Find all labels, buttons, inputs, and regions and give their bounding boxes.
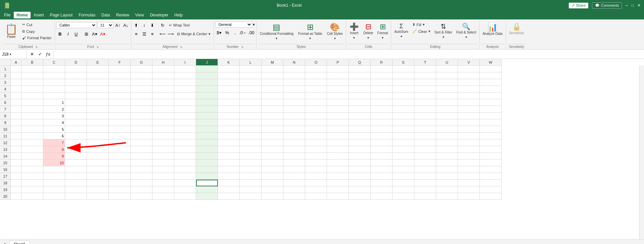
cell-u7[interactable] xyxy=(436,106,458,113)
row-header-8[interactable]: 8 xyxy=(0,113,11,119)
cell-i10[interactable] xyxy=(174,126,196,133)
cond-format-dropdown-icon[interactable]: ▾ xyxy=(276,37,277,40)
cell-b15[interactable] xyxy=(21,160,43,166)
name-box-dropdown-icon[interactable]: ▾ xyxy=(10,53,11,56)
sheet-tab-sheet1[interactable]: Sheet1 xyxy=(9,241,30,244)
cell-h5[interactable] xyxy=(152,93,174,99)
cell-g12[interactable] xyxy=(131,139,152,146)
text-direction-button[interactable]: ↻ xyxy=(159,21,167,29)
cell-l8[interactable] xyxy=(240,113,262,119)
col-header-l[interactable]: L xyxy=(240,59,262,66)
cell-c14[interactable]: 9 xyxy=(43,153,65,160)
paste-button[interactable]: 📋 Paste xyxy=(3,21,20,40)
cell-f8[interactable] xyxy=(109,113,131,119)
cell-s7[interactable] xyxy=(393,106,414,113)
cell-j12[interactable] xyxy=(196,139,218,146)
cell-q10[interactable] xyxy=(349,126,371,133)
cell-n1[interactable] xyxy=(283,66,305,72)
cell-a16[interactable] xyxy=(11,166,21,173)
cell-c9[interactable]: 4 xyxy=(43,119,65,126)
cell-j19[interactable] xyxy=(196,186,218,193)
menu-help[interactable]: Help xyxy=(172,12,185,18)
cell-o6[interactable] xyxy=(305,99,327,106)
cell-s10[interactable] xyxy=(393,126,414,133)
cell-p19[interactable] xyxy=(327,186,349,193)
cell-m10[interactable] xyxy=(262,126,283,133)
cell-m18[interactable] xyxy=(262,180,283,186)
cell-v20[interactable] xyxy=(458,193,480,200)
cell-k11[interactable] xyxy=(218,133,240,139)
col-header-t[interactable]: T xyxy=(414,59,436,66)
cell-e8[interactable] xyxy=(87,113,109,119)
cell-p17[interactable] xyxy=(327,173,349,180)
cell-t20[interactable] xyxy=(414,193,436,200)
cell-j7[interactable] xyxy=(196,106,218,113)
cell-j10[interactable] xyxy=(196,126,218,133)
cell-w12[interactable] xyxy=(480,139,502,146)
cell-b10[interactable] xyxy=(21,126,43,133)
share-button[interactable]: ↗ Share xyxy=(568,2,589,9)
cell-o5[interactable] xyxy=(305,93,327,99)
row-header-6[interactable]: 6 xyxy=(0,99,11,106)
cell-r8[interactable] xyxy=(371,113,393,119)
cell-p9[interactable] xyxy=(327,119,349,126)
cell-q14[interactable] xyxy=(349,153,371,160)
cell-d7[interactable] xyxy=(65,106,87,113)
col-header-i[interactable]: I xyxy=(174,59,196,66)
cell-s3[interactable] xyxy=(393,79,414,86)
cell-l19[interactable] xyxy=(240,186,262,193)
cell-v13[interactable] xyxy=(458,146,480,153)
cell-l1[interactable] xyxy=(240,66,262,72)
cell-t17[interactable] xyxy=(414,173,436,180)
cell-n13[interactable] xyxy=(283,146,305,153)
row-header-2[interactable]: 2 xyxy=(0,72,11,79)
cell-b20[interactable] xyxy=(21,193,43,200)
cell-m12[interactable] xyxy=(262,139,283,146)
cell-l16[interactable] xyxy=(240,166,262,173)
col-header-w[interactable]: W xyxy=(480,59,502,66)
cell-o17[interactable] xyxy=(305,173,327,180)
cell-e16[interactable] xyxy=(87,166,109,173)
cell-d3[interactable] xyxy=(65,79,87,86)
cell-o9[interactable] xyxy=(305,119,327,126)
cell-i5[interactable] xyxy=(174,93,196,99)
cell-d4[interactable] xyxy=(65,86,87,93)
align-bottom-button[interactable]: ⬇ xyxy=(149,21,156,29)
cell-p10[interactable] xyxy=(327,126,349,133)
cell-m13[interactable] xyxy=(262,146,283,153)
cell-w9[interactable] xyxy=(480,119,502,126)
cell-a20[interactable] xyxy=(11,193,21,200)
cell-f13[interactable] xyxy=(109,146,131,153)
cell-a4[interactable] xyxy=(11,86,21,93)
cell-j18[interactable] xyxy=(196,180,218,186)
cell-h1[interactable] xyxy=(152,66,174,72)
cell-i12[interactable] xyxy=(174,139,196,146)
cell-u9[interactable] xyxy=(436,119,458,126)
align-middle-button[interactable]: ↕ xyxy=(141,21,148,29)
cell-h4[interactable] xyxy=(152,86,174,93)
cell-a13[interactable] xyxy=(11,146,21,153)
cell-t9[interactable] xyxy=(414,119,436,126)
cell-b18[interactable] xyxy=(21,180,43,186)
cell-k3[interactable] xyxy=(218,79,240,86)
cell-a5[interactable] xyxy=(11,93,21,99)
cell-u11[interactable] xyxy=(436,133,458,139)
cell-q11[interactable] xyxy=(349,133,371,139)
border-button[interactable]: ⊞ xyxy=(83,30,90,38)
cell-f9[interactable] xyxy=(109,119,131,126)
cell-c20[interactable] xyxy=(43,193,65,200)
row-header-20[interactable]: 20 xyxy=(0,193,11,200)
cell-o10[interactable] xyxy=(305,126,327,133)
cell-h17[interactable] xyxy=(152,173,174,180)
cell-a10[interactable] xyxy=(11,126,21,133)
menu-review[interactable]: Review xyxy=(113,12,132,18)
cell-b19[interactable] xyxy=(21,186,43,193)
cell-g15[interactable] xyxy=(131,160,152,166)
cell-t5[interactable] xyxy=(414,93,436,99)
menu-formulas[interactable]: Formulas xyxy=(76,12,98,18)
cell-d6[interactable] xyxy=(65,99,87,106)
cell-r9[interactable] xyxy=(371,119,393,126)
cell-u6[interactable] xyxy=(436,99,458,106)
cell-b17[interactable] xyxy=(21,173,43,180)
format-table-dropdown-icon[interactable]: ▾ xyxy=(309,37,311,40)
